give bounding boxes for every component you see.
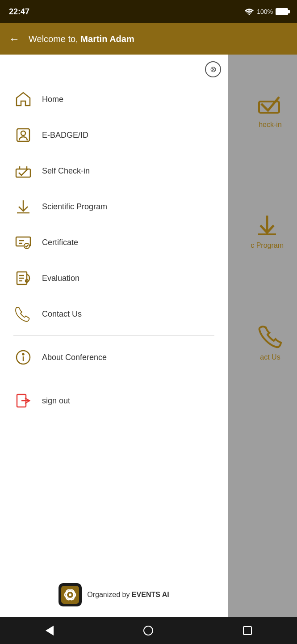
nav-home-button[interactable] xyxy=(137,619,159,642)
bg-contact-area: act Us xyxy=(257,323,284,361)
bg-checkin-area: heck-in xyxy=(257,90,284,129)
main-content: heck-in c Program act Us ⊗ xyxy=(0,55,297,617)
svg-point-0 xyxy=(249,14,250,15)
menu-item-evaluation[interactable]: Evaluation xyxy=(0,260,228,296)
menu-certificate-label: Certificate xyxy=(42,238,78,247)
download-icon xyxy=(13,197,33,216)
phone-icon xyxy=(13,304,33,324)
menu-item-about[interactable]: About Conference xyxy=(0,339,228,375)
nav-back-button[interactable] xyxy=(38,619,61,642)
svg-point-27 xyxy=(69,593,71,596)
battery-icon xyxy=(276,8,288,15)
battery-percentage: 100% xyxy=(257,8,273,15)
close-button[interactable]: ⊗ xyxy=(205,61,221,77)
header-title: Welcome to, Martin Adam xyxy=(29,34,134,44)
info-icon xyxy=(13,347,33,367)
status-time: 22:47 xyxy=(9,7,29,17)
menu-item-selfcheckin[interactable]: Self Check-in xyxy=(0,153,228,189)
certificate-icon xyxy=(13,233,33,252)
checkin-icon xyxy=(13,161,33,181)
back-button[interactable]: ← xyxy=(9,33,20,45)
menu-ebadge-label: E-BADGE/ID xyxy=(42,131,88,140)
wifi-icon xyxy=(244,8,254,15)
evaluation-icon xyxy=(13,268,33,288)
svg-point-4 xyxy=(21,131,25,136)
menu-checkin-label: Self Check-in xyxy=(42,166,90,176)
org-text: Organized by EVENTS AI xyxy=(87,591,169,599)
nav-recents-button[interactable] xyxy=(236,619,259,642)
menu-home-label: Home xyxy=(42,95,63,104)
status-bar: 22:47 100% xyxy=(0,0,297,23)
header: ← Welcome to, Martin Adam xyxy=(0,23,297,55)
bg-contact-label: act Us xyxy=(260,353,280,361)
menu-item-signout[interactable]: sign out xyxy=(0,383,228,419)
status-icons: 100% xyxy=(244,8,288,15)
svg-point-21 xyxy=(23,354,24,355)
menu-signout-label: sign out xyxy=(42,396,70,406)
menu-contact-label: Contact Us xyxy=(42,309,82,319)
bg-checkin-label: heck-in xyxy=(259,121,282,129)
menu-item-home[interactable]: Home xyxy=(0,81,228,117)
divider-2 xyxy=(13,379,214,379)
menu-item-certificate[interactable]: Certificate xyxy=(0,225,228,260)
drawer-footer: Organized by EVENTS AI xyxy=(0,572,228,617)
badge-icon xyxy=(13,125,33,145)
menu-evaluation-label: Evaluation xyxy=(42,274,79,283)
home-icon xyxy=(13,89,33,109)
menu-item-scientific[interactable]: Scientific Program xyxy=(0,189,228,225)
divider-1 xyxy=(13,335,214,336)
menu-about-label: About Conference xyxy=(42,353,107,362)
menu-scientific-label: Scientific Program xyxy=(42,202,107,212)
signout-icon xyxy=(13,391,33,411)
bg-program-area: c Program xyxy=(251,211,284,250)
nav-bar xyxy=(0,617,297,644)
bg-program-label: c Program xyxy=(251,242,284,250)
side-drawer: ⊗ Home xyxy=(0,55,228,617)
menu-item-ebadge[interactable]: E-BADGE/ID xyxy=(0,117,228,153)
menu-list: Home E-BADGE/ID xyxy=(0,55,228,572)
menu-item-contact[interactable]: Contact Us xyxy=(0,296,228,332)
org-logo-inner xyxy=(61,586,79,604)
org-logo xyxy=(59,583,82,606)
